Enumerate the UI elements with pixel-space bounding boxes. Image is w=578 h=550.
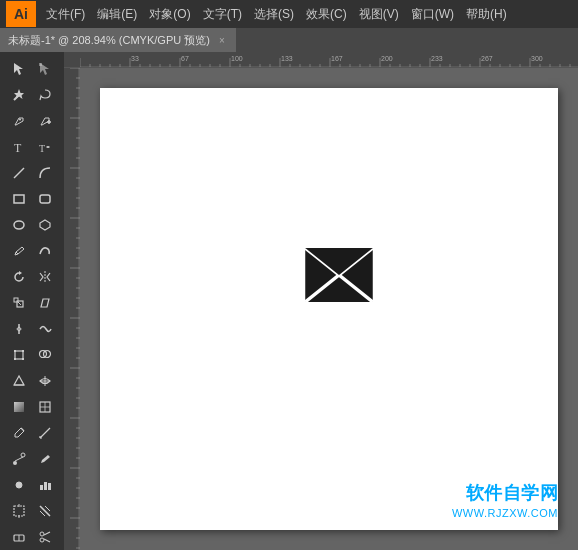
ruler-top: 3367100133167200233267300 <box>64 52 578 68</box>
tool-row-4: T T <box>0 134 64 160</box>
svg-point-43 <box>18 484 20 486</box>
slice-tool[interactable] <box>32 498 58 524</box>
tool-row-2 <box>0 82 64 108</box>
svg-rect-44 <box>40 485 43 490</box>
svg-text:67: 67 <box>181 55 189 62</box>
smooth-tool[interactable] <box>32 238 58 264</box>
width-tool[interactable] <box>6 316 32 342</box>
shear-tool[interactable] <box>32 290 58 316</box>
select-tool[interactable] <box>6 56 32 82</box>
tool-row-10 <box>0 290 64 316</box>
menu-select[interactable]: 选择(S) <box>248 0 300 28</box>
svg-point-5 <box>19 119 21 121</box>
svg-text:T: T <box>14 141 22 154</box>
svg-text:233: 233 <box>431 55 443 62</box>
svg-marker-0 <box>14 63 23 75</box>
watermark: 软件自学网 WWW.RJZXW.COM <box>452 482 558 520</box>
tool-row-3 <box>0 108 64 134</box>
svg-rect-24 <box>22 350 24 352</box>
artboard-tool[interactable] <box>6 498 32 524</box>
svg-text:33: 33 <box>131 55 139 62</box>
measure-tool[interactable] <box>32 420 58 446</box>
svg-line-37 <box>40 428 50 438</box>
add-anchor-tool[interactable] <box>32 108 58 134</box>
svg-line-36 <box>21 428 24 431</box>
scale-tool[interactable] <box>6 290 32 316</box>
tool-row-8 <box>0 238 64 264</box>
tool-row-12 <box>0 342 64 368</box>
svg-rect-26 <box>22 358 24 360</box>
active-tab[interactable]: 未标题-1* @ 208.94% (CMYK/GPU 预览) × <box>0 28 236 52</box>
perspective-tool[interactable] <box>6 368 32 394</box>
rotate-tool[interactable] <box>6 264 32 290</box>
mesh-tool[interactable] <box>32 368 58 394</box>
free-transform-tool[interactable] <box>6 342 32 368</box>
gradient-tool[interactable] <box>6 394 32 420</box>
svg-line-10 <box>14 168 24 178</box>
artboard <box>100 88 558 530</box>
touch-type-tool[interactable]: T <box>32 134 58 160</box>
line-tool[interactable] <box>6 160 32 186</box>
type-tool[interactable]: T <box>6 134 32 160</box>
lasso-tool[interactable] <box>32 82 58 108</box>
menu-file[interactable]: 文件(F) <box>40 0 91 28</box>
tab-close-button[interactable]: × <box>216 34 228 46</box>
rounded-rect-tool[interactable] <box>32 186 58 212</box>
eyedropper-tool[interactable] <box>6 420 32 446</box>
tab-bar: 未标题-1* @ 208.94% (CMYK/GPU 预览) × <box>0 28 578 52</box>
menu-view[interactable]: 视图(V) <box>353 0 405 28</box>
warp-tool[interactable] <box>32 316 58 342</box>
arc-tool[interactable] <box>32 160 58 186</box>
menu-object[interactable]: 对象(O) <box>143 0 196 28</box>
eraser-tool[interactable] <box>6 524 32 550</box>
rect-tool[interactable] <box>6 186 32 212</box>
tab-label: 未标题-1* @ 208.94% (CMYK/GPU 预览) <box>8 33 210 48</box>
ellipse-tool[interactable] <box>6 212 32 238</box>
svg-text:133: 133 <box>281 55 293 62</box>
svg-point-53 <box>40 538 44 542</box>
menu-help[interactable]: 帮助(H) <box>460 0 513 28</box>
blend-tool[interactable] <box>6 446 32 472</box>
svg-rect-11 <box>14 195 24 203</box>
live-paint-tool[interactable] <box>32 446 58 472</box>
mesh-gradient-tool[interactable] <box>32 394 58 420</box>
watermark-sub-text: WWW.RJZXW.COM <box>452 506 558 520</box>
tool-row-9 <box>0 264 64 290</box>
svg-line-55 <box>44 539 50 542</box>
tool-row-6 <box>0 186 64 212</box>
column-graph-tool[interactable] <box>32 472 58 498</box>
left-toolbar: T T <box>0 52 64 550</box>
magic-wand-tool[interactable] <box>6 82 32 108</box>
menu-type[interactable]: 文字(T) <box>197 0 248 28</box>
polygon-tool[interactable] <box>32 212 58 238</box>
svg-rect-45 <box>44 482 47 490</box>
top-ruler-ticks: 3367100133167200233267300 <box>80 52 578 68</box>
pencil-tool[interactable] <box>6 238 32 264</box>
svg-text:200: 200 <box>381 55 393 62</box>
symbol-tool[interactable] <box>6 472 32 498</box>
tool-row-5 <box>0 160 64 186</box>
tool-row-19 <box>0 524 64 550</box>
direct-select-tool[interactable] <box>32 56 58 82</box>
menu-edit[interactable]: 编辑(E) <box>91 0 143 28</box>
svg-rect-25 <box>14 358 16 360</box>
tool-row-16 <box>0 446 64 472</box>
shape-builder-tool[interactable] <box>32 342 58 368</box>
svg-marker-16 <box>19 271 22 275</box>
svg-rect-32 <box>14 402 24 412</box>
tool-row-17 <box>0 472 64 498</box>
tool-row-1 <box>0 56 64 82</box>
menu-effect[interactable]: 效果(C) <box>300 0 353 28</box>
reflect-tool[interactable] <box>32 264 58 290</box>
svg-text:267: 267 <box>481 55 493 62</box>
svg-line-54 <box>44 532 50 535</box>
pen-tool[interactable] <box>6 108 32 134</box>
main-area: T T <box>0 52 578 550</box>
svg-text:100: 100 <box>231 55 243 62</box>
menu-window[interactable]: 窗口(W) <box>405 0 460 28</box>
scissors-tool[interactable] <box>32 524 58 550</box>
svg-point-13 <box>14 221 24 229</box>
menu-bar: 文件(F) 编辑(E) 对象(O) 文字(T) 选择(S) 效果(C) 视图(V… <box>40 0 572 28</box>
svg-line-20 <box>18 302 21 305</box>
svg-rect-2 <box>39 63 42 66</box>
